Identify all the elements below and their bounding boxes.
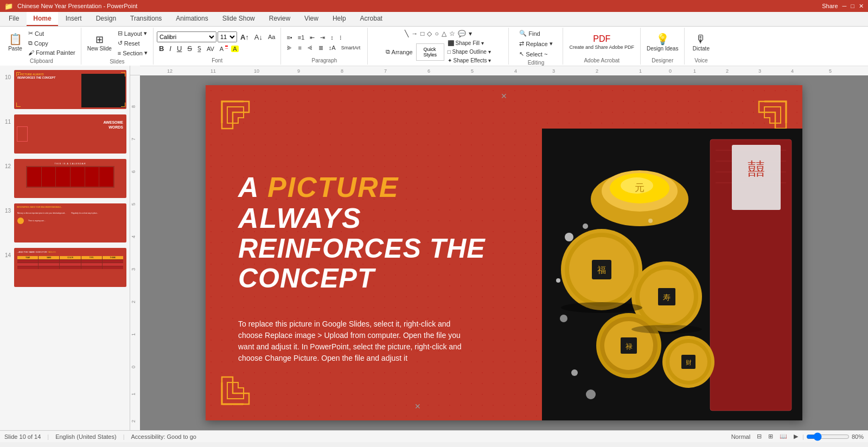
slide-img-11[interactable]: AWESOMEWORDS xyxy=(14,114,126,154)
reset-button[interactable]: ↺ Reset xyxy=(116,39,150,48)
slide-thumb-12[interactable]: 12 THIS IS A CALENDAR xyxy=(2,158,127,199)
share-button[interactable]: Share xyxy=(822,3,838,9)
underline-button[interactable]: U xyxy=(175,43,184,54)
shapes-more-btn[interactable]: ▾ xyxy=(468,29,473,39)
view-outline-button[interactable]: ⊟ xyxy=(755,432,764,441)
italic-button[interactable]: I xyxy=(167,43,174,54)
create-share-pdf-button[interactable]: PDF Create and Share Adobe PDF xyxy=(566,33,637,52)
bullets-button[interactable]: ≡• xyxy=(284,33,294,42)
decrease-indent-button[interactable]: ⇤ xyxy=(308,33,317,42)
convert-smartart-button[interactable]: SmartArt xyxy=(339,44,363,52)
slide-panel[interactable]: 10 A PICTURE ALWAYSREINFORCES THE CONCEP… xyxy=(0,66,130,430)
line-spacing-button[interactable]: ↕ xyxy=(328,33,336,42)
shape-effects-col: ⬛ Shape Fill ▾ □ Shape Outline ▾ ✦ Shape… xyxy=(445,39,494,65)
tab-file[interactable]: File xyxy=(2,12,25,26)
align-center-button[interactable]: ≡ xyxy=(296,43,303,52)
svg-text:2: 2 xyxy=(131,420,136,423)
decrease-font-button[interactable]: A↓ xyxy=(252,32,265,42)
align-left-button[interactable]: ⫸ xyxy=(284,43,295,52)
design-ideas-button[interactable]: 💡 Design Ideas xyxy=(644,32,681,54)
shape-line-btn[interactable]: ╲ xyxy=(404,29,410,39)
tab-animations[interactable]: Animations xyxy=(169,12,214,26)
slide-img-13[interactable]: INFOGRAPHICS: MAKE YOUR IDEA UNDERSTANDA… xyxy=(14,203,126,242)
replace-button[interactable]: ⇄ Replace ▾ xyxy=(517,39,554,48)
shape-rect-btn[interactable]: □ xyxy=(419,29,425,39)
tab-slideshow[interactable]: Slide Show xyxy=(216,12,261,26)
shape-oval-btn[interactable]: ○ xyxy=(433,29,439,39)
text-highlight-button[interactable]: A xyxy=(231,46,238,52)
shape-callout-btn[interactable]: 💬 xyxy=(457,29,467,39)
maximize-icon[interactable]: □ xyxy=(851,3,854,9)
dictate-button[interactable]: 🎙 Dictate xyxy=(690,32,712,54)
section-button[interactable]: ≡ Section ▾ xyxy=(116,48,150,58)
view-reading-button[interactable]: 📖 xyxy=(777,432,789,441)
slide-thumb-11[interactable]: 11 AWESOMEWORDS xyxy=(2,113,127,155)
slide-image[interactable]: 囍 元 福 xyxy=(542,129,802,420)
tab-insert[interactable]: Insert xyxy=(59,12,88,26)
strikethrough-button[interactable]: S xyxy=(185,43,194,54)
shape-triangle-btn[interactable]: △ xyxy=(441,29,448,39)
shape-star-btn[interactable]: ☆ xyxy=(448,29,456,39)
find-button[interactable]: 🔍 Find xyxy=(517,29,542,38)
slide-img-10[interactable]: A PICTURE ALWAYSREINFORCES THE CONCEPT xyxy=(14,70,126,109)
shape-outline-button[interactable]: □ Shape Outline ▾ xyxy=(445,48,494,56)
arrange-button[interactable]: ⧉ Arrange xyxy=(384,47,415,56)
bold-button[interactable]: B xyxy=(157,43,166,54)
align-justify-button[interactable]: ≣ xyxy=(316,43,326,53)
view-normal-button[interactable]: Normal xyxy=(729,432,752,441)
separator3: | xyxy=(802,433,804,440)
format-painter-button[interactable]: 🖌 Format Painter xyxy=(26,48,78,57)
shadow-button[interactable]: S̲ xyxy=(195,44,203,53)
slide-img-14[interactable]: ...AND THE SAME GOES FOR TABLES YEAR SAM… xyxy=(14,248,126,287)
cut-button[interactable]: ✂ Cut xyxy=(26,29,78,38)
drag-handle-bottom[interactable]: ✕ xyxy=(414,402,421,411)
slide-thumb-10[interactable]: 10 A PICTURE ALWAYSREINFORCES THE CONCEP… xyxy=(2,69,127,110)
paste-button[interactable]: 📋 Paste xyxy=(5,32,25,54)
slide-title-line1: A PICTURE ALWAYS xyxy=(238,172,509,234)
shape-effects-button[interactable]: ✦ Shape Effects ▾ xyxy=(445,56,494,65)
tab-design[interactable]: Design xyxy=(90,12,123,26)
clear-format-button[interactable]: Aa xyxy=(266,33,277,41)
pdf-icon: PDF xyxy=(593,35,610,43)
tab-help[interactable]: Help xyxy=(326,12,353,26)
zoom-slider[interactable] xyxy=(806,433,850,440)
align-right-button[interactable]: ⫷ xyxy=(305,43,315,52)
shape-arrow-btn[interactable]: → xyxy=(410,29,419,39)
close-icon[interactable]: ✕ xyxy=(859,3,864,10)
view-sorter-button[interactable]: ⊞ xyxy=(766,432,775,441)
clipboard-content: 📋 Paste ✂ Cut ⧉ Copy 🖌 Format Painter xyxy=(5,29,78,57)
columns-button[interactable]: ⫶ xyxy=(337,33,344,42)
increase-font-button[interactable]: A↑ xyxy=(238,32,251,42)
numbering-button[interactable]: ≡1 xyxy=(296,33,307,42)
slide-title-block[interactable]: A PICTURE ALWAYS REINFORCES THE CONCEPT xyxy=(238,172,509,293)
tab-home[interactable]: Home xyxy=(27,12,58,26)
layout-button[interactable]: ⊟ Layout ▾ xyxy=(116,29,150,38)
increase-indent-button[interactable]: ⇥ xyxy=(318,33,327,42)
slide-thumb-14[interactable]: 14 ...AND THE SAME GOES FOR TABLES YEAR … xyxy=(2,247,127,288)
slide-thumb-13[interactable]: 13 INFOGRAPHICS: MAKE YOUR IDEA UNDERSTA… xyxy=(2,202,127,244)
quick-styles-button[interactable]: QuickStyles xyxy=(416,43,444,61)
slide-img-12[interactable]: THIS IS A CALENDAR xyxy=(14,159,126,198)
tab-transitions[interactable]: Transitions xyxy=(124,12,168,26)
select-button[interactable]: ↖ Select ~ xyxy=(517,49,550,59)
new-slide-button[interactable]: ⊞ New Slide xyxy=(85,33,114,54)
minimize-icon[interactable]: ─ xyxy=(843,3,847,9)
svg-text:10: 10 xyxy=(254,68,259,74)
char-spacing-button[interactable]: AV xyxy=(205,44,216,53)
tab-view[interactable]: View xyxy=(298,12,325,26)
svg-text:0: 0 xyxy=(669,68,672,74)
font-color-button[interactable]: A─ xyxy=(218,44,230,53)
svg-text:2: 2 xyxy=(726,68,729,74)
text-direction-button[interactable]: ↕A xyxy=(327,43,338,52)
view-slideshow-button[interactable]: ▶ xyxy=(792,432,800,441)
slide-body-text[interactable]: To replace this picture in Google Slides… xyxy=(238,318,471,364)
font-family-select[interactable]: Calibri xyxy=(157,31,216,42)
drag-handle-top[interactable]: ✕ xyxy=(501,92,507,100)
shape-diamond-btn[interactable]: ◇ xyxy=(426,29,433,39)
font-size-select[interactable]: 11 xyxy=(218,31,237,42)
shape-fill-button[interactable]: ⬛ Shape Fill ▾ xyxy=(445,39,494,47)
slide-num-11: 11 xyxy=(3,114,11,125)
tab-review[interactable]: Review xyxy=(263,12,297,26)
copy-button[interactable]: ⧉ Copy xyxy=(26,39,78,48)
tab-acrobat[interactable]: Acrobat xyxy=(354,12,389,26)
